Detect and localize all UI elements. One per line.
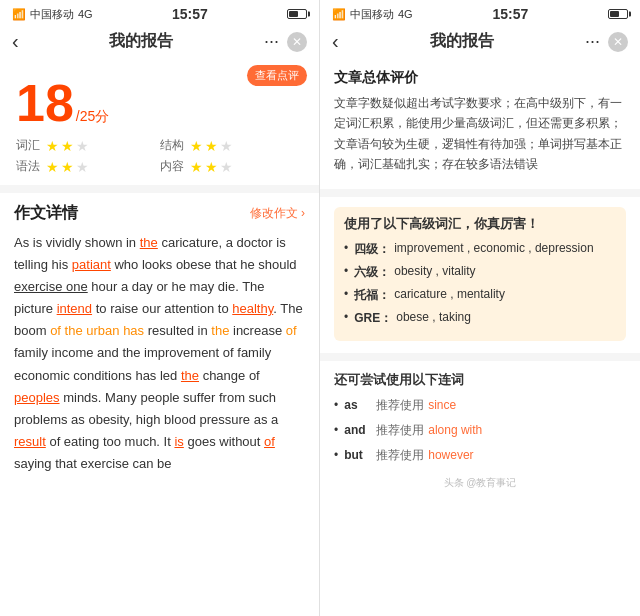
vocab-level-toefl: 托福： (354, 287, 390, 304)
grammar-stars: ★ ★ ★ (46, 159, 89, 175)
connector-word-but: but (344, 448, 372, 462)
left-status-left: 📶 中国移动 4G (12, 7, 93, 22)
score-max: /25分 (76, 108, 109, 126)
content-label: 内容 (160, 158, 184, 175)
structure-stars: ★ ★ ★ (190, 138, 233, 154)
overall-title: 文章总体评价 (334, 69, 626, 87)
vocab-score: 词汇 ★ ★ ★ (16, 137, 160, 154)
vocab-item-6: • 六级： obesity , vitality (344, 264, 616, 281)
divider-2 (320, 353, 640, 361)
vocab-words-6: obesity , vitality (394, 264, 475, 278)
connector-bullet-3: • (334, 448, 338, 462)
star-3: ★ (76, 138, 89, 154)
right-nav-bar: ‹ 我的报告 ··· ✕ (320, 26, 640, 59)
star-2: ★ (61, 159, 74, 175)
right-close-button[interactable]: ✕ (608, 32, 628, 52)
link-intend: intend (57, 301, 92, 316)
vocab-label: 词汇 (16, 137, 40, 154)
score-grid: 词汇 ★ ★ ★ 结构 ★ ★ ★ 语法 ★ ★ (16, 137, 303, 175)
connector-item-but: • but 推荐使用 however (334, 447, 626, 464)
connector-title: 还可尝试使用以下连词 (334, 371, 626, 389)
right-nav-title: 我的报告 (430, 31, 494, 52)
left-status-bar: 📶 中国移动 4G 15:57 (0, 0, 319, 26)
recommend-text-2: 推荐使用 (376, 422, 424, 439)
alt-word-however: however (428, 448, 473, 462)
star-1: ★ (190, 138, 203, 154)
link-healthy: healthy (232, 301, 273, 316)
star-3: ★ (76, 159, 89, 175)
right-more-button[interactable]: ··· (585, 31, 600, 52)
link-peoples: peoples (14, 390, 60, 405)
vocab-item-gre: • GRE： obese , taking (344, 310, 616, 327)
connector-word-as: as (344, 398, 372, 412)
signal-icon: 📶 (12, 8, 26, 21)
bullet-icon-1: • (344, 241, 348, 255)
bullet-icon-4: • (344, 310, 348, 324)
right-status-bar: 📶 中国移动 4G 15:57 (320, 0, 640, 26)
link-patiant: patiant (72, 257, 111, 272)
connector-word-and: and (344, 423, 372, 437)
grammar-score: 语法 ★ ★ ★ (16, 158, 160, 175)
view-comment-button[interactable]: 查看点评 (247, 65, 307, 86)
recommend-text-1: 推荐使用 (376, 397, 424, 414)
star-1: ★ (46, 138, 59, 154)
connector-bullet-1: • (334, 398, 338, 412)
right-status-right (608, 9, 628, 19)
right-time: 15:57 (492, 6, 528, 22)
right-back-button[interactable]: ‹ (332, 30, 339, 53)
orange-of: of (286, 323, 297, 338)
vocab-highlight-title: 使用了以下高级词汇，你真厉害！ (344, 215, 616, 233)
vocab-level-6: 六级： (354, 264, 390, 281)
orange-the: the (211, 323, 229, 338)
battery-icon (287, 9, 307, 19)
structure-label: 结构 (160, 137, 184, 154)
overall-comment: 文章字数疑似超出考试字数要求；在高中级别下，有一定词汇积累，能使用少量高级词汇，… (334, 93, 626, 175)
left-more-button[interactable]: ··· (264, 31, 279, 52)
underline-exercise: exercise one (14, 279, 88, 294)
essay-section: 作文详情 修改作文 › As is vividly shown in the c… (0, 193, 319, 616)
orange-urban: of the urban has (50, 323, 144, 338)
link-the-1: the (140, 235, 158, 250)
essay-text: As is vividly shown in the caricature, a… (14, 232, 305, 475)
divider-1 (320, 189, 640, 197)
right-status-left: 📶 中国移动 4G (332, 7, 413, 22)
left-nav-bar: ‹ 我的报告 ··· ✕ (0, 26, 319, 59)
recommend-text-3: 推荐使用 (376, 447, 424, 464)
watermark: 头条 @教育事记 (334, 472, 626, 494)
network-type: 4G (78, 8, 93, 20)
star-3: ★ (220, 138, 233, 154)
vocab-list: • 四级： improvement , economic , depressio… (344, 241, 616, 327)
star-1: ★ (190, 159, 203, 175)
edit-link[interactable]: 修改作文 › (250, 205, 305, 222)
right-nav-actions: ··· ✕ (585, 31, 628, 52)
right-panel: 📶 中国移动 4G 15:57 ‹ 我的报告 ··· ✕ 文章总体评价 文章字数… (320, 0, 640, 616)
structure-score: 结构 ★ ★ ★ (160, 137, 304, 154)
vocab-words-gre: obese , taking (396, 310, 471, 324)
carrier-name: 中国移动 (30, 7, 74, 22)
left-back-button[interactable]: ‹ (12, 30, 19, 53)
bullet-icon-3: • (344, 287, 348, 301)
essay-header: 作文详情 修改作文 › (14, 203, 305, 224)
star-2: ★ (205, 138, 218, 154)
left-close-button[interactable]: ✕ (287, 32, 307, 52)
alt-word-since: since (428, 398, 456, 412)
vocab-level-4: 四级： (354, 241, 390, 258)
star-1: ★ (46, 159, 59, 175)
star-3: ★ (220, 159, 233, 175)
connector-item-as: • as 推荐使用 since (334, 397, 626, 414)
vocab-item-toefl: • 托福： caricature , mentality (344, 287, 616, 304)
vocab-words-toefl: caricature , mentality (394, 287, 505, 301)
link-of: of (264, 434, 275, 449)
essay-title: 作文详情 (14, 203, 78, 224)
score-section: 查看点评 18 /25分 词汇 ★ ★ ★ 结构 ★ ★ ★ (0, 59, 319, 193)
bullet-icon-2: • (344, 264, 348, 278)
vocab-section: 使用了以下高级词汇，你真厉害！ • 四级： improvement , econ… (334, 207, 626, 341)
connector-bullet-2: • (334, 423, 338, 437)
left-nav-actions: ··· ✕ (264, 31, 307, 52)
right-signal-icon: 📶 (332, 8, 346, 21)
link-is: is (174, 434, 183, 449)
right-battery-icon (608, 9, 628, 19)
left-status-right (287, 9, 307, 19)
vocab-item-4: • 四级： improvement , economic , depressio… (344, 241, 616, 258)
grammar-label: 语法 (16, 158, 40, 175)
